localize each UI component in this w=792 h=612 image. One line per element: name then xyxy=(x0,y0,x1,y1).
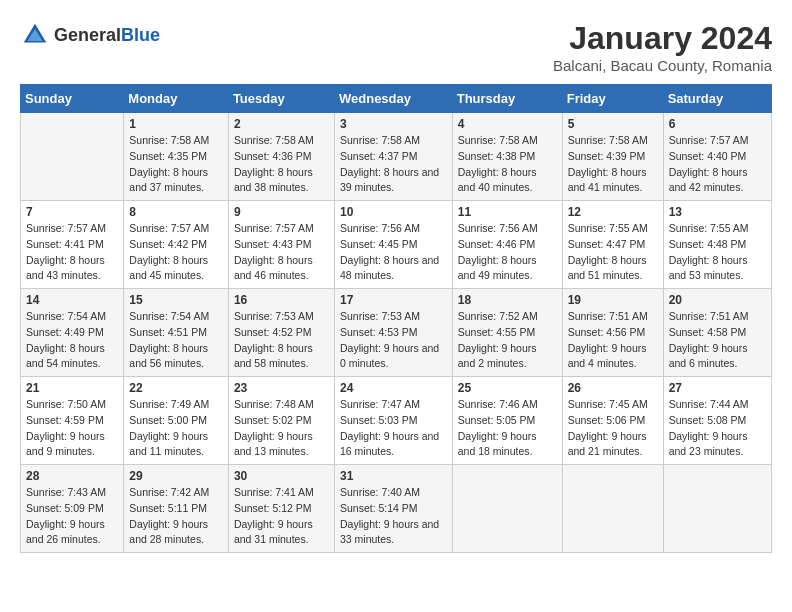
day-of-week-header: Wednesday xyxy=(334,85,452,113)
day-info: Sunrise: 7:41 AMSunset: 5:12 PMDaylight:… xyxy=(234,485,329,548)
calendar-cell: 13 Sunrise: 7:55 AMSunset: 4:48 PMDaylig… xyxy=(663,201,771,289)
day-number: 17 xyxy=(340,293,447,307)
day-info: Sunrise: 7:47 AMSunset: 5:03 PMDaylight:… xyxy=(340,397,447,460)
day-number: 3 xyxy=(340,117,447,131)
calendar-cell: 5 Sunrise: 7:58 AMSunset: 4:39 PMDayligh… xyxy=(562,113,663,201)
calendar-cell: 30 Sunrise: 7:41 AMSunset: 5:12 PMDaylig… xyxy=(228,465,334,553)
title-section: January 2024 Balcani, Bacau County, Roma… xyxy=(553,20,772,74)
day-info: Sunrise: 7:42 AMSunset: 5:11 PMDaylight:… xyxy=(129,485,223,548)
calendar-cell: 10 Sunrise: 7:56 AMSunset: 4:45 PMDaylig… xyxy=(334,201,452,289)
day-info: Sunrise: 7:57 AMSunset: 4:41 PMDaylight:… xyxy=(26,221,118,284)
calendar-cell: 25 Sunrise: 7:46 AMSunset: 5:05 PMDaylig… xyxy=(452,377,562,465)
calendar-cell: 20 Sunrise: 7:51 AMSunset: 4:58 PMDaylig… xyxy=(663,289,771,377)
day-number: 12 xyxy=(568,205,658,219)
day-number: 27 xyxy=(669,381,766,395)
day-number: 13 xyxy=(669,205,766,219)
day-info: Sunrise: 7:45 AMSunset: 5:06 PMDaylight:… xyxy=(568,397,658,460)
day-info: Sunrise: 7:55 AMSunset: 4:47 PMDaylight:… xyxy=(568,221,658,284)
day-info: Sunrise: 7:58 AMSunset: 4:35 PMDaylight:… xyxy=(129,133,223,196)
day-number: 6 xyxy=(669,117,766,131)
day-number: 28 xyxy=(26,469,118,483)
day-info: Sunrise: 7:48 AMSunset: 5:02 PMDaylight:… xyxy=(234,397,329,460)
day-number: 10 xyxy=(340,205,447,219)
calendar-cell: 11 Sunrise: 7:56 AMSunset: 4:46 PMDaylig… xyxy=(452,201,562,289)
day-number: 20 xyxy=(669,293,766,307)
calendar-cell: 2 Sunrise: 7:58 AMSunset: 4:36 PMDayligh… xyxy=(228,113,334,201)
day-info: Sunrise: 7:58 AMSunset: 4:38 PMDaylight:… xyxy=(458,133,557,196)
calendar-cell: 18 Sunrise: 7:52 AMSunset: 4:55 PMDaylig… xyxy=(452,289,562,377)
day-info: Sunrise: 7:57 AMSunset: 4:42 PMDaylight:… xyxy=(129,221,223,284)
day-info: Sunrise: 7:56 AMSunset: 4:46 PMDaylight:… xyxy=(458,221,557,284)
day-info: Sunrise: 7:57 AMSunset: 4:43 PMDaylight:… xyxy=(234,221,329,284)
calendar-cell: 29 Sunrise: 7:42 AMSunset: 5:11 PMDaylig… xyxy=(124,465,229,553)
calendar-cell: 24 Sunrise: 7:47 AMSunset: 5:03 PMDaylig… xyxy=(334,377,452,465)
day-info: Sunrise: 7:55 AMSunset: 4:48 PMDaylight:… xyxy=(669,221,766,284)
calendar-cell: 16 Sunrise: 7:53 AMSunset: 4:52 PMDaylig… xyxy=(228,289,334,377)
calendar-cell: 1 Sunrise: 7:58 AMSunset: 4:35 PMDayligh… xyxy=(124,113,229,201)
calendar-week-row: 7 Sunrise: 7:57 AMSunset: 4:41 PMDayligh… xyxy=(21,201,772,289)
calendar-cell: 23 Sunrise: 7:48 AMSunset: 5:02 PMDaylig… xyxy=(228,377,334,465)
day-number: 11 xyxy=(458,205,557,219)
day-of-week-header: Monday xyxy=(124,85,229,113)
day-number: 5 xyxy=(568,117,658,131)
calendar-cell: 15 Sunrise: 7:54 AMSunset: 4:51 PMDaylig… xyxy=(124,289,229,377)
day-info: Sunrise: 7:43 AMSunset: 5:09 PMDaylight:… xyxy=(26,485,118,548)
calendar-cell: 21 Sunrise: 7:50 AMSunset: 4:59 PMDaylig… xyxy=(21,377,124,465)
calendar-cell xyxy=(663,465,771,553)
day-number: 25 xyxy=(458,381,557,395)
day-number: 18 xyxy=(458,293,557,307)
day-info: Sunrise: 7:58 AMSunset: 4:36 PMDaylight:… xyxy=(234,133,329,196)
day-number: 1 xyxy=(129,117,223,131)
header: GeneralBlue January 2024 Balcani, Bacau … xyxy=(20,20,772,74)
calendar-cell: 12 Sunrise: 7:55 AMSunset: 4:47 PMDaylig… xyxy=(562,201,663,289)
logo-text-general: General xyxy=(54,25,121,45)
day-number: 19 xyxy=(568,293,658,307)
day-info: Sunrise: 7:53 AMSunset: 4:53 PMDaylight:… xyxy=(340,309,447,372)
day-info: Sunrise: 7:58 AMSunset: 4:37 PMDaylight:… xyxy=(340,133,447,196)
day-info: Sunrise: 7:52 AMSunset: 4:55 PMDaylight:… xyxy=(458,309,557,372)
calendar-cell: 14 Sunrise: 7:54 AMSunset: 4:49 PMDaylig… xyxy=(21,289,124,377)
day-info: Sunrise: 7:51 AMSunset: 4:58 PMDaylight:… xyxy=(669,309,766,372)
day-info: Sunrise: 7:46 AMSunset: 5:05 PMDaylight:… xyxy=(458,397,557,460)
day-number: 4 xyxy=(458,117,557,131)
day-number: 31 xyxy=(340,469,447,483)
subtitle: Balcani, Bacau County, Romania xyxy=(553,57,772,74)
calendar-cell xyxy=(452,465,562,553)
day-info: Sunrise: 7:57 AMSunset: 4:40 PMDaylight:… xyxy=(669,133,766,196)
day-number: 7 xyxy=(26,205,118,219)
day-number: 26 xyxy=(568,381,658,395)
calendar-week-row: 28 Sunrise: 7:43 AMSunset: 5:09 PMDaylig… xyxy=(21,465,772,553)
day-number: 15 xyxy=(129,293,223,307)
calendar-week-row: 14 Sunrise: 7:54 AMSunset: 4:49 PMDaylig… xyxy=(21,289,772,377)
day-info: Sunrise: 7:49 AMSunset: 5:00 PMDaylight:… xyxy=(129,397,223,460)
day-info: Sunrise: 7:51 AMSunset: 4:56 PMDaylight:… xyxy=(568,309,658,372)
calendar-table: SundayMondayTuesdayWednesdayThursdayFrid… xyxy=(20,84,772,553)
day-number: 24 xyxy=(340,381,447,395)
day-number: 21 xyxy=(26,381,118,395)
calendar-cell: 7 Sunrise: 7:57 AMSunset: 4:41 PMDayligh… xyxy=(21,201,124,289)
calendar-cell: 3 Sunrise: 7:58 AMSunset: 4:37 PMDayligh… xyxy=(334,113,452,201)
calendar-cell: 28 Sunrise: 7:43 AMSunset: 5:09 PMDaylig… xyxy=(21,465,124,553)
day-info: Sunrise: 7:54 AMSunset: 4:49 PMDaylight:… xyxy=(26,309,118,372)
day-number: 8 xyxy=(129,205,223,219)
day-number: 22 xyxy=(129,381,223,395)
main-title: January 2024 xyxy=(553,20,772,57)
day-info: Sunrise: 7:53 AMSunset: 4:52 PMDaylight:… xyxy=(234,309,329,372)
calendar-cell: 22 Sunrise: 7:49 AMSunset: 5:00 PMDaylig… xyxy=(124,377,229,465)
calendar-week-row: 21 Sunrise: 7:50 AMSunset: 4:59 PMDaylig… xyxy=(21,377,772,465)
calendar-cell: 9 Sunrise: 7:57 AMSunset: 4:43 PMDayligh… xyxy=(228,201,334,289)
day-number: 14 xyxy=(26,293,118,307)
day-of-week-header: Tuesday xyxy=(228,85,334,113)
calendar-cell: 4 Sunrise: 7:58 AMSunset: 4:38 PMDayligh… xyxy=(452,113,562,201)
calendar-cell: 19 Sunrise: 7:51 AMSunset: 4:56 PMDaylig… xyxy=(562,289,663,377)
calendar-week-row: 1 Sunrise: 7:58 AMSunset: 4:35 PMDayligh… xyxy=(21,113,772,201)
calendar-cell xyxy=(21,113,124,201)
logo-text-blue: Blue xyxy=(121,25,160,45)
day-number: 16 xyxy=(234,293,329,307)
day-number: 23 xyxy=(234,381,329,395)
day-of-week-header: Friday xyxy=(562,85,663,113)
calendar-cell: 17 Sunrise: 7:53 AMSunset: 4:53 PMDaylig… xyxy=(334,289,452,377)
calendar-cell: 8 Sunrise: 7:57 AMSunset: 4:42 PMDayligh… xyxy=(124,201,229,289)
logo-icon xyxy=(20,20,50,50)
day-of-week-header: Sunday xyxy=(21,85,124,113)
